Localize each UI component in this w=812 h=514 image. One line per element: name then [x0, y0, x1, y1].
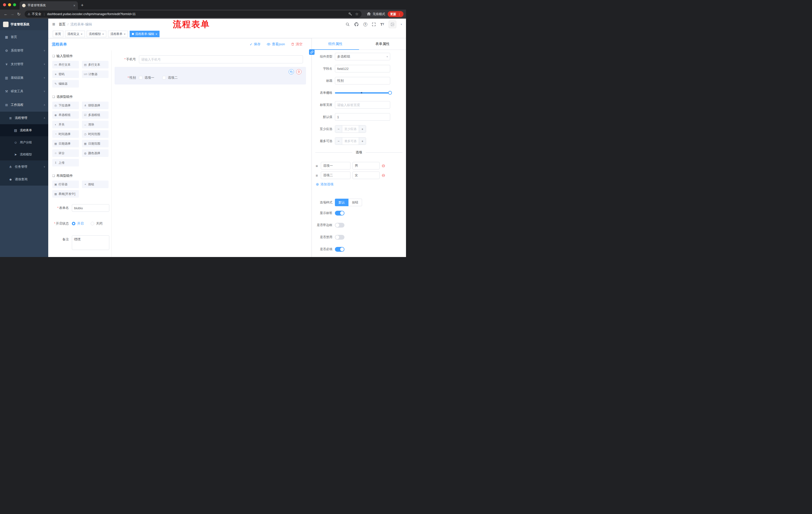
- palette-item-button[interactable]: ⌖按钮: [82, 181, 109, 188]
- max-select-input[interactable]: [342, 138, 359, 144]
- checkbox[interactable]: [162, 76, 166, 79]
- sidebar-item-infra[interactable]: ▥ 基础设施 ∨: [0, 71, 48, 84]
- required-toggle[interactable]: [335, 247, 344, 252]
- label-width-input[interactable]: [335, 101, 390, 109]
- show-label-toggle[interactable]: [335, 211, 344, 216]
- remove-option-icon[interactable]: ⊖: [382, 164, 385, 168]
- close-icon[interactable]: ×: [155, 32, 157, 36]
- reload-icon[interactable]: ↻: [16, 11, 22, 17]
- sidebar-item-process-model[interactable]: ➤ 流程模型: [0, 148, 48, 160]
- fullscreen-icon[interactable]: [372, 22, 376, 26]
- forward-icon[interactable]: →: [9, 11, 16, 17]
- sidebar-item-task-management[interactable]: ⋔ 任务管理 ∨: [0, 160, 48, 173]
- field-phone[interactable]: *手机号: [115, 55, 303, 63]
- help-icon[interactable]: ?: [363, 22, 367, 26]
- title-input[interactable]: [335, 77, 390, 84]
- tab-component-props[interactable]: 组件属性: [312, 38, 359, 50]
- palette-item-rate[interactable]: ☆评分: [52, 150, 79, 157]
- sidebar-item-system[interactable]: ⚙ 系统管理 ∨: [0, 44, 48, 57]
- maximize-window-button[interactable]: [13, 3, 16, 6]
- tab-form-props[interactable]: 表单属性: [359, 38, 406, 50]
- clear-button[interactable]: 清空: [291, 42, 302, 47]
- bordered-toggle[interactable]: [335, 223, 344, 227]
- default-value-input[interactable]: [335, 113, 390, 121]
- search-icon[interactable]: [345, 22, 350, 26]
- view-json-button[interactable]: 查看json: [266, 42, 285, 47]
- palette-item-single-text[interactable]: ▭单行文本: [52, 61, 79, 69]
- field-name-input[interactable]: [335, 65, 390, 73]
- palette-item-date-picker[interactable]: ▦日期选择: [52, 140, 79, 147]
- address-bar[interactable]: ⚠ 不安全 | dashboard.yudao.iocoder.cn/bpm/m…: [25, 10, 361, 18]
- sidebar-item-user-groups[interactable]: ☺ 用户分组: [0, 136, 48, 148]
- palette-item-slider[interactable]: ↔滑块: [82, 121, 109, 128]
- close-icon[interactable]: ×: [124, 32, 126, 36]
- gender-option-2[interactable]: 选项二: [162, 76, 178, 80]
- link-handle-button[interactable]: [309, 49, 315, 55]
- avatar-caret-icon[interactable]: ▾: [401, 23, 402, 26]
- disabled-toggle[interactable]: [335, 235, 344, 240]
- palette-item-checkbox-group[interactable]: ☑多选框组: [82, 111, 109, 119]
- increase-button[interactable]: +: [359, 138, 366, 144]
- form-name-input[interactable]: [72, 204, 109, 212]
- delete-widget-button[interactable]: [296, 69, 301, 75]
- option-2-label-input[interactable]: [321, 171, 350, 179]
- browser-tab[interactable]: 芋道管理系统 ×: [20, 1, 78, 9]
- tag-process-model[interactable]: 流程模型 ×: [87, 31, 107, 37]
- option-1-value-input[interactable]: [352, 162, 380, 169]
- close-icon[interactable]: ×: [102, 32, 104, 36]
- palette-item-time-range[interactable]: ◷时间范围: [82, 130, 109, 138]
- remove-option-icon[interactable]: ⊖: [382, 173, 385, 178]
- font-size-icon[interactable]: TT: [380, 22, 384, 26]
- bookmark-star-icon[interactable]: ☆: [355, 12, 358, 16]
- tag-process-form[interactable]: 流程表单 ×: [108, 31, 128, 37]
- drag-handle-icon[interactable]: ≡: [315, 164, 319, 168]
- hamburger-icon[interactable]: ≡: [52, 21, 55, 27]
- option-2-value-input[interactable]: [352, 171, 380, 179]
- sidebar-item-process-form[interactable]: ▤ 流程表单: [0, 124, 48, 136]
- option-style-button[interactable]: 按钮: [348, 199, 362, 206]
- increase-button[interactable]: +: [359, 126, 366, 133]
- phone-input[interactable]: [139, 55, 303, 63]
- palette-item-counter[interactable]: 123计数器: [82, 71, 109, 78]
- sidebar-item-payment[interactable]: ¥ 支付管理 ∨: [0, 57, 48, 71]
- sidebar-item-leave-query[interactable]: ☻ 请假查询: [0, 173, 48, 186]
- palette-item-editor[interactable]: ✎编辑器: [52, 80, 79, 87]
- sidebar-item-workflow[interactable]: ⊞ 工作流程 ∧: [0, 98, 48, 112]
- drag-handle-icon[interactable]: ≡: [315, 173, 319, 178]
- palette-item-select[interactable]: ◎下拉选择: [52, 102, 79, 109]
- status-radio-on[interactable]: 开启: [72, 221, 84, 226]
- palette-item-upload[interactable]: ↥上传: [52, 159, 79, 166]
- grid-slider[interactable]: [335, 89, 390, 97]
- palette-item-password[interactable]: ∗密码: [52, 71, 79, 78]
- form-remark-textarea[interactable]: 嘿嘿: [72, 235, 109, 250]
- sidebar-item-devtools[interactable]: ⚒ 研发工具 ∨: [0, 84, 48, 98]
- slider-handle[interactable]: [388, 91, 392, 95]
- browser-menu-icon[interactable]: ⋮: [398, 12, 401, 16]
- option-style-default[interactable]: 默认: [335, 199, 348, 206]
- tag-process-definition[interactable]: 流程定义 ×: [65, 31, 85, 37]
- palette-item-cascader[interactable]: ⋔级联选择: [82, 102, 109, 109]
- browser-update-button[interactable]: 更新 ⋮: [388, 11, 404, 17]
- palette-item-textarea[interactable]: ▤多行文本: [82, 61, 109, 69]
- new-tab-button[interactable]: +: [81, 3, 84, 8]
- close-icon[interactable]: ×: [81, 32, 83, 36]
- option-1-label-input[interactable]: [321, 162, 350, 169]
- slider-track[interactable]: [335, 92, 390, 93]
- minimize-window-button[interactable]: [8, 3, 11, 6]
- sidebar-item-process-management[interactable]: ≣ 流程管理 ∧: [0, 112, 48, 124]
- decrease-button[interactable]: −: [335, 126, 342, 133]
- palette-item-switch[interactable]: ◐开关: [52, 121, 79, 128]
- tag-home[interactable]: 首页: [53, 31, 63, 37]
- palette-item-time-picker[interactable]: ◔时间选择: [52, 130, 79, 138]
- selected-widget-gender[interactable]: *性别 选项一 选项二: [115, 67, 306, 84]
- status-radio-off[interactable]: 关闭: [91, 221, 103, 226]
- tab-close-icon[interactable]: ×: [74, 3, 76, 7]
- password-key-icon[interactable]: [348, 12, 352, 16]
- breadcrumb-home[interactable]: 首页: [59, 22, 65, 27]
- copy-widget-button[interactable]: [289, 69, 294, 75]
- palette-item-row-container[interactable]: ▣行容器: [52, 181, 79, 188]
- form-canvas[interactable]: *手机号: [112, 50, 312, 257]
- checkbox[interactable]: [139, 76, 142, 79]
- decrease-button[interactable]: −: [335, 138, 342, 144]
- save-button[interactable]: ✓ 保存: [250, 42, 261, 47]
